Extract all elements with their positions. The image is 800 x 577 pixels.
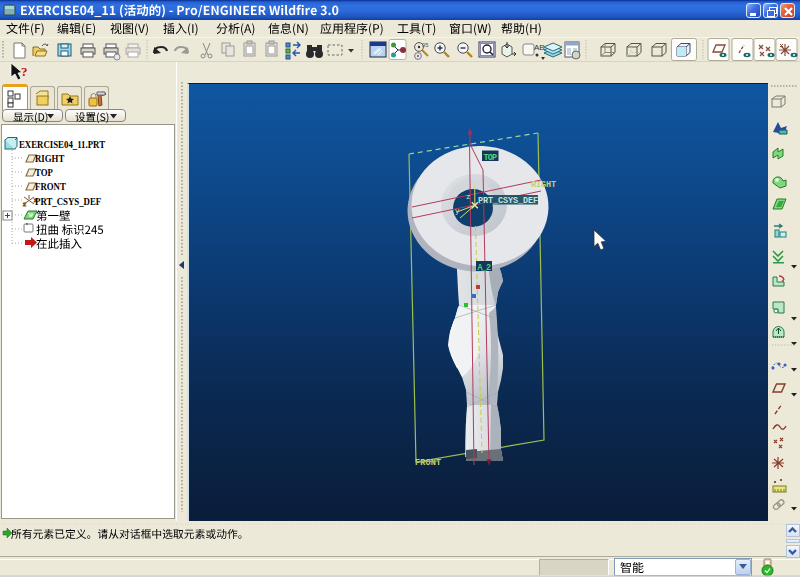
svg-text:z: z xyxy=(466,193,471,201)
svg-text:RIGHT: RIGHT xyxy=(531,180,556,190)
svg-text:?: ? xyxy=(21,64,28,79)
svg-text:95: 95 xyxy=(422,42,429,48)
svg-text:y: y xyxy=(455,207,460,215)
svg-text:TOP: TOP xyxy=(484,153,498,163)
svg-text:FRONT: FRONT xyxy=(415,458,441,468)
svg-text:PRT_CSYS_DEF: PRT_CSYS_DEF xyxy=(478,196,538,206)
svg-text:A_2: A_2 xyxy=(478,263,492,273)
svg-text:z: z xyxy=(23,201,26,207)
svg-text:AB: AB xyxy=(534,43,545,52)
